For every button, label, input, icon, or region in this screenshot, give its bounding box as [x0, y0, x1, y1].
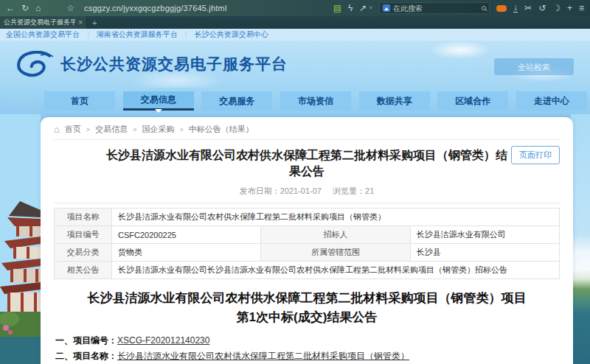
link-separator: ｜	[183, 30, 190, 40]
site-search-input[interactable]	[494, 58, 574, 75]
table-row: 相关公告 长沙县洁源水业有限公司长沙县洁源水业有限公司农村供水保障工程第二批材料…	[55, 262, 560, 279]
night-mode-icon[interactable]: ☽	[552, 4, 560, 13]
nav-item-about-center[interactable]: 走进中心	[516, 91, 587, 111]
logo-mark-icon	[15, 51, 53, 77]
site-title: 长沙公共资源交易电子服务平台	[60, 54, 288, 74]
url-bar[interactable]: csggzy.cn/jyxxgqcgzbggjg/37645.jhtml	[84, 4, 268, 13]
page-title: 长沙县洁源水业有限公司农村供水保障工程第二批材料采购项目（钢管类）结果公告	[54, 147, 560, 179]
views-label: 浏览量：	[333, 186, 365, 195]
item-value: XSCG-F202012140230	[117, 335, 209, 346]
item-label: 一、项目编号：	[55, 335, 117, 346]
lightning-icon[interactable]: ϟ	[348, 4, 353, 13]
toolbar-search-input[interactable]	[393, 4, 479, 13]
browser-toolbar: ← ↻ ⌂ ☆ csggzy.cn/jyxxgqcgzbggjg/37645.j…	[0, 0, 590, 16]
scissors-icon[interactable]: ✂	[524, 4, 532, 13]
chevron-down-icon[interactable]: ˅	[369, 5, 372, 11]
table-row: 项目编号 CSFC20200225 招标人 长沙县洁源水业有限公司	[55, 226, 560, 244]
item-project-number: 一、项目编号：XSCG-F202012140230	[55, 333, 560, 349]
tab-title: 公共资源交易电子服务平台	[4, 18, 75, 27]
breadcrumb-current: 中标公告（结果）	[189, 124, 254, 135]
breadcrumb-soe-procurement[interactable]: 国企采购	[142, 124, 174, 135]
link-national-platform[interactable]: 全国公共资源交易平台	[6, 29, 80, 40]
building-photo-background	[571, 114, 590, 364]
item-label: 二、项目名称：	[55, 351, 117, 361]
browser-tab[interactable]: 公共资源交易电子服务平台 ×	[0, 16, 87, 29]
breadcrumb-trade-info[interactable]: 交易信息	[95, 124, 128, 135]
share-icon[interactable]: ↗	[359, 4, 367, 13]
site-logo[interactable]: 长沙公共资源交易电子服务平台	[15, 51, 288, 77]
info-label-related-notice: 相关公告	[55, 262, 112, 279]
new-tab-icon[interactable]: +	[567, 4, 572, 13]
info-value-tenderer: 长沙县洁源水业有限公司	[410, 226, 559, 244]
toolbar-right-group: ▤ ϟ ↗ ˅ ↓ ✂ ↺ ☽ + ≡	[333, 2, 584, 14]
link-hunan-platform[interactable]: 湖南省公共资源服务平台	[97, 29, 178, 40]
webpage: 全国公共资源交易平台 ｜ 湖南省公共资源服务平台 ｜ 长沙公共资源交易中心 长沙…	[0, 29, 590, 364]
nav-item-trade-info[interactable]: 交易信息	[123, 91, 194, 111]
info-value-jurisdiction: 长沙县	[410, 244, 559, 262]
info-value-related-notice: 长沙县洁源水业有限公司长沙县洁源水业有限公司农村供水保障工程第二批材料采购项目（…	[112, 262, 560, 279]
article-title-block: 长沙县洁源水业有限公司农村供水保障工程第二批材料采购项目（钢管类）结果公告 页面…	[54, 147, 560, 179]
print-page-button[interactable]: 页面打印	[511, 146, 560, 164]
item-project-name: 二、项目名称：长沙县洁源水业有限公司农村供水保障工程第二批材料采购项目（钢管类）	[55, 349, 560, 364]
nav-item-market-credit[interactable]: 市场资信	[280, 91, 351, 111]
reload-icon[interactable]: ↻	[21, 4, 29, 13]
nav-item-trade-service[interactable]: 交易服务	[201, 91, 272, 111]
reader-mode-icon[interactable]: ▤	[333, 4, 341, 13]
back-icon[interactable]: ←	[6, 4, 15, 13]
search-engine-icon	[383, 4, 390, 12]
divider	[54, 203, 560, 203]
info-value-project-name: 长沙县洁源水业有限公司农村供水保障工程第二批材料采购项目（钢管类）	[112, 209, 560, 226]
link-separator: ｜	[85, 30, 91, 40]
bookmark-star-icon[interactable]: ☆	[66, 4, 74, 13]
item-value: 长沙县洁源水业有限公司农村供水保障工程第二批材料采购项目（钢管类）	[117, 351, 409, 361]
table-row: 项目名称 长沙县洁源水业有限公司农村供水保障工程第二批材料采购项目（钢管类）	[55, 209, 560, 226]
table-row: 交易分类 货物类 所属管辖范围 长沙县	[55, 244, 560, 262]
views-count: 21	[365, 186, 374, 195]
pagoda-photo-background	[0, 114, 41, 364]
game-controller-icon[interactable]	[496, 5, 507, 12]
breadcrumb-home-icon[interactable]: ⌂	[54, 124, 60, 135]
info-label-trade-category: 交易分类	[55, 244, 112, 262]
breadcrumb: ⌂ 首页 > 交易信息 > 国企采购 > 中标公告（结果）	[54, 124, 560, 140]
home-icon[interactable]: ⌂	[35, 4, 41, 13]
info-label-tenderer: 招标人	[261, 226, 410, 244]
main-nav: 首页 交易信息 交易服务 市场资信 数据共享 区域合作 走进中心	[0, 88, 590, 117]
info-label-jurisdiction: 所属管辖范围	[261, 244, 410, 262]
publish-date: 2021-01-07	[280, 186, 322, 195]
menu-icon[interactable]: ≡	[579, 4, 584, 13]
nav-item-home[interactable]: 首页	[44, 91, 115, 111]
info-value-project-no: CSFC20200225	[112, 226, 261, 244]
breadcrumb-home[interactable]: 首页	[65, 124, 81, 135]
info-label-project-name: 项目名称	[55, 209, 112, 226]
article-meta: 发布日期：2021-01-07 浏览量：21	[54, 186, 560, 197]
top-links-bar: 全国公共资源交易平台 ｜ 湖南省公共资源服务平台 ｜ 长沙公共资源交易中心	[0, 29, 590, 41]
download-icon[interactable]: ↓	[513, 4, 518, 13]
tab-close-icon[interactable]: ×	[78, 18, 83, 27]
nav-item-regional-coop[interactable]: 区域合作	[437, 91, 508, 111]
breadcrumb-separator: >	[179, 126, 183, 133]
nav-item-data-share[interactable]: 数据共享	[359, 91, 430, 111]
tab-strip: 公共资源交易电子服务平台 × +	[0, 16, 590, 29]
info-value-trade-category: 货物类	[112, 244, 261, 262]
search-icon[interactable]	[482, 6, 486, 10]
new-tab-button[interactable]: +	[87, 16, 102, 29]
announcement-heading: 长沙县洁源水业有限公司农村供水保障工程第二批材料采购项目（钢管类）项目第1次中标…	[82, 289, 532, 326]
info-label-project-no: 项目编号	[55, 226, 112, 244]
link-changsha-center[interactable]: 长沙公共资源交易中心	[195, 29, 268, 40]
site-header: 长沙公共资源交易电子服务平台	[0, 41, 590, 88]
breadcrumb-separator: >	[86, 126, 90, 133]
project-info-table: 项目名称 长沙县洁源水业有限公司农村供水保障工程第二批材料采购项目（钢管类） 项…	[54, 208, 560, 279]
breadcrumb-separator: >	[133, 126, 136, 133]
undo-icon[interactable]: ↺	[538, 4, 546, 13]
toolbar-search-box[interactable]	[379, 2, 490, 14]
publish-date-label: 发布日期：	[240, 186, 280, 195]
content-card: ⌂ 首页 > 交易信息 > 国企采购 > 中标公告（结果） 长沙县洁源水业有限公…	[41, 117, 573, 364]
